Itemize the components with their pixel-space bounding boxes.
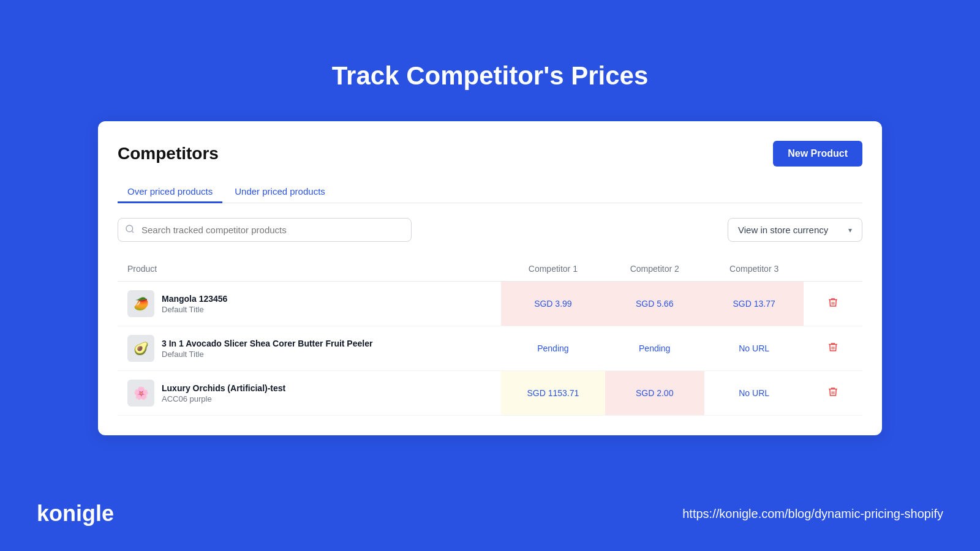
competitor3-price-1[interactable]: No URL	[739, 343, 769, 353]
competitor1-price-2[interactable]: SGD 1153.71	[527, 388, 579, 398]
competitor1-cell-1: Pending	[501, 326, 605, 371]
tab-over-priced[interactable]: Over priced products	[118, 181, 222, 203]
product-name-0: Mangola 123456	[162, 294, 227, 304]
toolbar: View in store currency ▾	[118, 218, 862, 242]
footer: konigle https://konigle.com/blog/dynamic…	[37, 501, 943, 527]
table-row: 🌸 Luxury Orchids (Artificial)-test ACC06…	[118, 371, 862, 416]
product-variant-1: Default Title	[162, 350, 372, 359]
competitor1-cell-0: SGD 3.99	[501, 282, 605, 326]
product-cell-1: 🥑 3 In 1 Avocado Slicer Shea Corer Butte…	[118, 326, 501, 371]
competitor3-price-2[interactable]: No URL	[739, 388, 769, 398]
product-variant-2: ACC06 purple	[162, 394, 285, 403]
currency-dropdown-label: View in store currency	[738, 225, 828, 235]
delete-button-2[interactable]	[823, 384, 843, 403]
product-info-2: Luxury Orchids (Artificial)-test ACC06 p…	[162, 383, 285, 403]
col-competitor3: Competitor 3	[704, 257, 804, 282]
competitor1-price-1[interactable]: Pending	[537, 343, 568, 353]
product-image-1: 🥑	[127, 335, 154, 362]
tabs-container: Over priced products Under priced produc…	[118, 181, 862, 203]
product-name-1: 3 In 1 Avocado Slicer Shea Corer Butter …	[162, 339, 372, 348]
search-container	[118, 218, 412, 242]
competitor2-price-2[interactable]: SGD 2.00	[636, 388, 673, 398]
product-info-1: 3 In 1 Avocado Slicer Shea Corer Butter …	[162, 339, 372, 359]
competitor3-price-0[interactable]: SGD 13.77	[733, 299, 775, 309]
competitor3-cell-1: No URL	[704, 326, 804, 371]
competitor1-cell-2: SGD 1153.71	[501, 371, 605, 416]
competitor3-cell-2: No URL	[704, 371, 804, 416]
svg-line-1	[132, 231, 134, 233]
competitor2-price-0[interactable]: SGD 5.66	[636, 299, 673, 309]
col-actions	[804, 257, 862, 282]
competitor2-cell-2: SGD 2.00	[605, 371, 704, 416]
logo: konigle	[37, 501, 114, 527]
table-row: 🥑 3 In 1 Avocado Slicer Shea Corer Butte…	[118, 326, 862, 371]
delete-cell-0	[804, 282, 862, 326]
card-title: Competitors	[118, 144, 219, 163]
table-header: Product Competitor 1 Competitor 2 Compet…	[118, 257, 862, 282]
products-table: Product Competitor 1 Competitor 2 Compet…	[118, 257, 862, 416]
new-product-button[interactable]: New Product	[773, 141, 862, 167]
competitor2-cell-1: Pending	[605, 326, 704, 371]
competitor2-price-1[interactable]: Pending	[639, 343, 670, 353]
col-competitor1: Competitor 1	[501, 257, 605, 282]
delete-cell-1	[804, 326, 862, 371]
main-card: Competitors New Product Over priced prod…	[98, 121, 882, 435]
product-image-0: 🥭	[127, 290, 154, 317]
currency-dropdown[interactable]: View in store currency ▾	[728, 218, 862, 242]
table-body: 🥭 Mangola 123456 Default Title SGD 3.99 …	[118, 282, 862, 416]
svg-point-0	[126, 225, 133, 232]
col-competitor2: Competitor 2	[605, 257, 704, 282]
search-input[interactable]	[118, 218, 412, 242]
product-variant-0: Default Title	[162, 305, 227, 314]
competitor1-price-0[interactable]: SGD 3.99	[534, 299, 571, 309]
product-cell-0: 🥭 Mangola 123456 Default Title	[118, 282, 501, 326]
delete-cell-2	[804, 371, 862, 416]
chevron-down-icon: ▾	[848, 226, 852, 234]
product-image-2: 🌸	[127, 380, 154, 407]
competitor3-cell-0: SGD 13.77	[704, 282, 804, 326]
card-header: Competitors New Product	[118, 141, 862, 167]
product-cell-2: 🌸 Luxury Orchids (Artificial)-test ACC06…	[118, 371, 501, 416]
search-icon	[125, 224, 135, 236]
footer-url: https://konigle.com/blog/dynamic-pricing…	[682, 507, 943, 521]
competitor2-cell-0: SGD 5.66	[605, 282, 704, 326]
table-row: 🥭 Mangola 123456 Default Title SGD 3.99 …	[118, 282, 862, 326]
col-product: Product	[118, 257, 501, 282]
delete-button-0[interactable]	[823, 294, 843, 313]
tab-under-priced[interactable]: Under priced products	[225, 181, 335, 203]
delete-button-1[interactable]	[823, 339, 843, 358]
page-title: Track Competitor's Prices	[332, 61, 649, 91]
product-info-0: Mangola 123456 Default Title	[162, 294, 227, 314]
product-name-2: Luxury Orchids (Artificial)-test	[162, 383, 285, 393]
